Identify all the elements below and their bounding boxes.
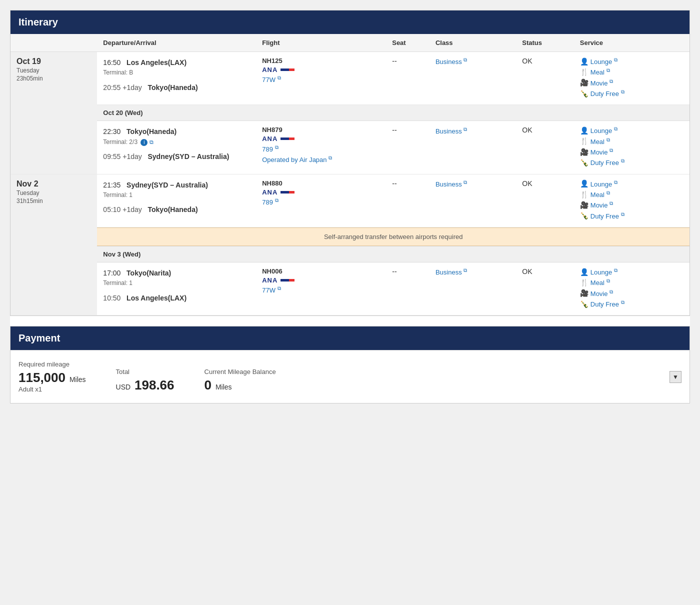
flight-info: NH125 ANA 77W ⧉ bbox=[262, 57, 380, 84]
ext-icon: ⧉ bbox=[328, 155, 332, 160]
flight-number: NH879 bbox=[262, 126, 380, 134]
aircraft-link[interactable]: 77W ⧉ bbox=[262, 286, 280, 294]
lounge-link[interactable]: Lounge ⧉ bbox=[590, 268, 618, 276]
ext-icon: ⧉ bbox=[621, 158, 624, 164]
duty-free-link[interactable]: Duty Free ⧉ bbox=[590, 212, 624, 220]
ext-icon: ⧉ bbox=[621, 300, 624, 305]
service-cell: 👤 Lounge ⧉ 🍴 Meal ⧉ 🎥 Movie ⧉ 🍾 Duty Fre… bbox=[574, 262, 690, 315]
ext-icon: ⧉ bbox=[464, 180, 467, 185]
lounge-link[interactable]: Lounge ⧉ bbox=[590, 180, 618, 188]
page-container: Itinerary Departure/Arrival Flight Seat … bbox=[10, 10, 690, 404]
mileage-value: 115,000 bbox=[18, 370, 66, 385]
col-header-dep-arr: Departure/Arrival bbox=[97, 34, 256, 52]
flight-number: NH125 bbox=[262, 57, 380, 64]
movie-link[interactable]: Movie ⧉ bbox=[590, 78, 613, 87]
payment-dropdown-button[interactable]: ▼ bbox=[670, 371, 682, 383]
dep-arr-cell: 22:30 Tokyo(Haneda) Terminal: 2/3 i ⧉ 09… bbox=[97, 121, 256, 174]
trip-date-cell: Oct 19 Tuesday 23h05min bbox=[10, 52, 97, 174]
status-cell: OK bbox=[516, 52, 574, 105]
dep-terminal: Terminal: 1 bbox=[103, 278, 250, 288]
ana-text: ANA bbox=[262, 276, 278, 284]
trip-duration: 31h15min bbox=[16, 198, 91, 204]
status-cell: OK bbox=[516, 174, 574, 227]
meal-link[interactable]: Meal ⧉ bbox=[590, 137, 610, 146]
ext-icon: ⧉ bbox=[621, 89, 624, 94]
duty-free-link[interactable]: Duty Free ⧉ bbox=[590, 158, 624, 166]
operated-by-link[interactable]: Operated by Air Japan ⧉ bbox=[262, 156, 332, 164]
ext-icon: ⧉ bbox=[606, 190, 610, 196]
aircraft-link[interactable]: 789 ⧉ bbox=[262, 146, 278, 153]
trip-2-sub-1-row: 17:00 Tokyo(Narita) Terminal: 1 10:50 Lo… bbox=[10, 262, 690, 315]
seat-cell: -- bbox=[386, 174, 430, 227]
duty-free-link[interactable]: Duty Free ⧉ bbox=[590, 300, 624, 308]
payment-title: Payment bbox=[10, 326, 690, 350]
column-header-row: Departure/Arrival Flight Seat Class Stat… bbox=[10, 34, 690, 52]
flight-cell: NH125 ANA 77W ⧉ bbox=[256, 52, 386, 105]
ext-icon: ⧉ bbox=[614, 126, 618, 132]
aircraft-link[interactable]: 789 ⧉ bbox=[262, 198, 278, 206]
ana-brand: ANA bbox=[262, 135, 380, 142]
service-item-lounge: 👤 Lounge ⧉ bbox=[580, 57, 684, 66]
ext-icon: ⧉ bbox=[614, 180, 618, 185]
ext-icon: ⧉ bbox=[606, 278, 610, 284]
trip-date-cell: Nov 2 Tuesday 31h15min bbox=[10, 174, 97, 316]
arr-time: 20:55 +1day bbox=[103, 84, 142, 92]
ext-icon: ⧉ bbox=[278, 75, 281, 80]
meal-link[interactable]: Meal ⧉ bbox=[590, 190, 610, 198]
class-link[interactable]: Business ⧉ bbox=[436, 58, 467, 66]
class-link[interactable]: Business ⧉ bbox=[436, 268, 467, 276]
terminal-info-icon[interactable]: i bbox=[140, 139, 148, 146]
transfer-banner-cell: Self-arranged transfer between airports … bbox=[97, 227, 690, 246]
meal-link[interactable]: Meal ⧉ bbox=[590, 68, 610, 76]
ana-brand: ANA bbox=[262, 276, 380, 284]
service-item-meal: 🍴 Meal ⧉ bbox=[580, 278, 684, 286]
duty-free-link[interactable]: Duty Free ⧉ bbox=[590, 89, 624, 98]
service-item-duty-free: 🍾 Duty Free ⧉ bbox=[580, 212, 684, 220]
ana-brand: ANA bbox=[262, 66, 380, 74]
class-cell: Business ⧉ bbox=[430, 121, 516, 174]
lounge-link[interactable]: Lounge ⧉ bbox=[590, 126, 618, 134]
ana-stripe bbox=[280, 68, 294, 71]
meal-icon: 🍴 bbox=[580, 278, 588, 286]
usd-label: USD bbox=[116, 383, 131, 391]
class-link[interactable]: Business ⧉ bbox=[436, 180, 467, 188]
ana-stripe bbox=[280, 191, 294, 194]
col-header-date bbox=[10, 34, 97, 52]
trip-day: Tuesday bbox=[16, 190, 91, 196]
ana-text: ANA bbox=[262, 188, 278, 196]
movie-link[interactable]: Movie ⧉ bbox=[590, 148, 613, 156]
ext-icon: ⧉ bbox=[614, 57, 618, 62]
lounge-link[interactable]: Lounge ⧉ bbox=[590, 57, 618, 66]
dep-arr-block: 21:35 Sydney(SYD – Australia) Terminal: … bbox=[103, 180, 250, 216]
arr-city: Los Angeles(LAX) bbox=[126, 294, 186, 302]
aircraft-link-row: 789 ⧉ bbox=[262, 144, 380, 152]
dep-time: 16:50 bbox=[103, 58, 120, 66]
arr-time: 10:50 bbox=[103, 294, 120, 302]
meal-link[interactable]: Meal ⧉ bbox=[590, 278, 610, 286]
balance-value: 0 bbox=[204, 378, 212, 392]
movie-icon: 🎥 bbox=[580, 148, 588, 156]
class-link[interactable]: Business ⧉ bbox=[436, 128, 467, 135]
dep-arr-cell: 21:35 Sydney(SYD – Australia) Terminal: … bbox=[97, 174, 256, 227]
dep-time: 22:30 bbox=[103, 128, 120, 136]
arrival-row: 05:10 +1day Tokyo(Haneda) bbox=[103, 204, 250, 215]
movie-link[interactable]: Movie ⧉ bbox=[590, 289, 613, 298]
ext-icon: ⧉ bbox=[614, 268, 618, 273]
ext-icon: ⧉ bbox=[621, 212, 624, 217]
mileage-unit: Miles bbox=[70, 376, 86, 384]
service-item-meal: 🍴 Meal ⧉ bbox=[580, 190, 684, 198]
transfer-banner-row: Self-arranged transfer between airports … bbox=[10, 227, 690, 246]
movie-link[interactable]: Movie ⧉ bbox=[590, 200, 613, 209]
departure-row: 22:30 Tokyo(Haneda) bbox=[103, 126, 250, 137]
col-header-status: Status bbox=[516, 34, 574, 52]
duty-free-icon: 🍾 bbox=[580, 90, 588, 98]
meal-icon: 🍴 bbox=[580, 190, 588, 198]
terminal-ext-link[interactable]: ⧉ bbox=[150, 139, 154, 145]
ext-icon: ⧉ bbox=[464, 126, 467, 132]
aircraft-link[interactable]: 77W ⧉ bbox=[262, 76, 280, 84]
ext-icon: ⧉ bbox=[610, 200, 613, 206]
ext-icon: ⧉ bbox=[275, 198, 278, 203]
ext-icon: ⧉ bbox=[464, 57, 467, 62]
meal-icon: 🍴 bbox=[580, 137, 588, 145]
ext-icon: ⧉ bbox=[610, 78, 613, 84]
